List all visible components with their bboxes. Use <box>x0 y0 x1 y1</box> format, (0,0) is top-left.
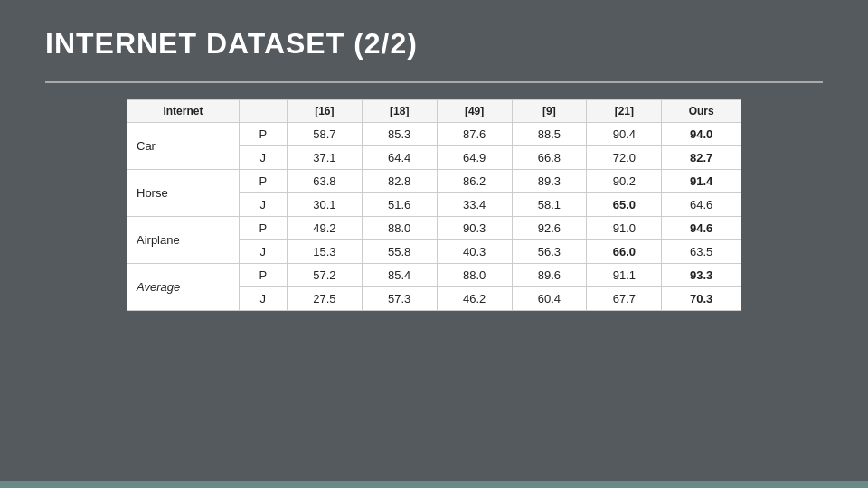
cell-value: 64.6 <box>662 193 741 217</box>
cell-value: 37.1 <box>287 146 362 170</box>
row-type: J <box>239 287 287 311</box>
cell-value: 89.3 <box>512 170 587 193</box>
cell-value: 82.7 <box>662 146 741 170</box>
row-type: P <box>239 170 287 193</box>
cell-value: 82.8 <box>362 170 437 193</box>
cell-value: 90.4 <box>587 123 662 146</box>
cell-value: 85.3 <box>362 123 437 146</box>
cell-value: 51.6 <box>362 193 437 217</box>
title-underline <box>45 81 823 83</box>
col-header-21: [21] <box>587 100 662 123</box>
row-type: P <box>239 123 287 146</box>
table-row: AirplaneP49.288.090.392.691.094.6 <box>127 217 741 240</box>
cell-value: 40.3 <box>437 240 512 264</box>
cell-value: 72.0 <box>587 146 662 170</box>
cell-value: 64.4 <box>362 146 437 170</box>
data-table: Internet [16] [18] [49] [9] [21] Ours Ca… <box>127 99 741 311</box>
cell-value: 66.0 <box>587 240 662 264</box>
table-row: HorseP63.882.886.289.390.291.4 <box>127 170 741 193</box>
cell-value: 63.5 <box>662 240 741 264</box>
row-type: P <box>239 217 287 240</box>
title-area: INTERNET DATASET (2/2) <box>0 0 868 74</box>
cell-value: 91.0 <box>587 217 662 240</box>
col-header-16: [16] <box>287 100 362 123</box>
cell-value: 64.9 <box>437 146 512 170</box>
cell-value: 58.7 <box>287 123 362 146</box>
cell-value: 94.6 <box>662 217 741 240</box>
slide-title: INTERNET DATASET (2/2) <box>45 27 823 61</box>
cell-value: 49.2 <box>287 217 362 240</box>
cell-value: 88.5 <box>512 123 587 146</box>
cell-value: 93.3 <box>662 264 741 287</box>
cell-value: 33.4 <box>437 193 512 217</box>
cell-value: 90.2 <box>587 170 662 193</box>
cell-value: 66.8 <box>512 146 587 170</box>
row-category: Airplane <box>127 217 240 264</box>
cell-value: 94.0 <box>662 123 741 146</box>
cell-value: 67.7 <box>587 287 662 311</box>
table-container: Internet [16] [18] [49] [9] [21] Ours Ca… <box>127 99 741 311</box>
cell-value: 88.0 <box>437 264 512 287</box>
col-header-ours: Ours <box>662 100 741 123</box>
cell-value: 92.6 <box>512 217 587 240</box>
table-row: CarP58.785.387.688.590.494.0 <box>127 123 741 146</box>
cell-value: 65.0 <box>587 193 662 217</box>
cell-value: 46.2 <box>437 287 512 311</box>
cell-value: 60.4 <box>512 287 587 311</box>
cell-value: 57.2 <box>287 264 362 287</box>
cell-value: 86.2 <box>437 170 512 193</box>
row-type: J <box>239 193 287 217</box>
row-type: P <box>239 264 287 287</box>
slide-container: INTERNET DATASET (2/2) Internet [16] [18… <box>0 0 868 488</box>
cell-value: 27.5 <box>287 287 362 311</box>
cell-value: 91.4 <box>662 170 741 193</box>
cell-value: 70.3 <box>662 287 741 311</box>
col-header-49: [49] <box>437 100 512 123</box>
col-header-internet: Internet <box>127 100 240 123</box>
row-category: Horse <box>127 170 240 217</box>
cell-value: 88.0 <box>362 217 437 240</box>
cell-value: 90.3 <box>437 217 512 240</box>
cell-value: 63.8 <box>287 170 362 193</box>
cell-value: 57.3 <box>362 287 437 311</box>
row-type: J <box>239 240 287 264</box>
cell-value: 58.1 <box>512 193 587 217</box>
col-header-9: [9] <box>512 100 587 123</box>
row-category: Average <box>127 264 240 311</box>
table-row: AverageP57.285.488.089.691.193.3 <box>127 264 741 287</box>
cell-value: 91.1 <box>587 264 662 287</box>
row-type: J <box>239 146 287 170</box>
cell-value: 56.3 <box>512 240 587 264</box>
bottom-bar <box>0 481 868 488</box>
cell-value: 85.4 <box>362 264 437 287</box>
cell-value: 15.3 <box>287 240 362 264</box>
table-header-row: Internet [16] [18] [49] [9] [21] Ours <box>127 100 741 123</box>
col-header-18: [18] <box>362 100 437 123</box>
cell-value: 87.6 <box>437 123 512 146</box>
row-category: Car <box>127 123 240 170</box>
cell-value: 55.8 <box>362 240 437 264</box>
cell-value: 89.6 <box>512 264 587 287</box>
cell-value: 30.1 <box>287 193 362 217</box>
col-header-empty <box>239 100 287 123</box>
